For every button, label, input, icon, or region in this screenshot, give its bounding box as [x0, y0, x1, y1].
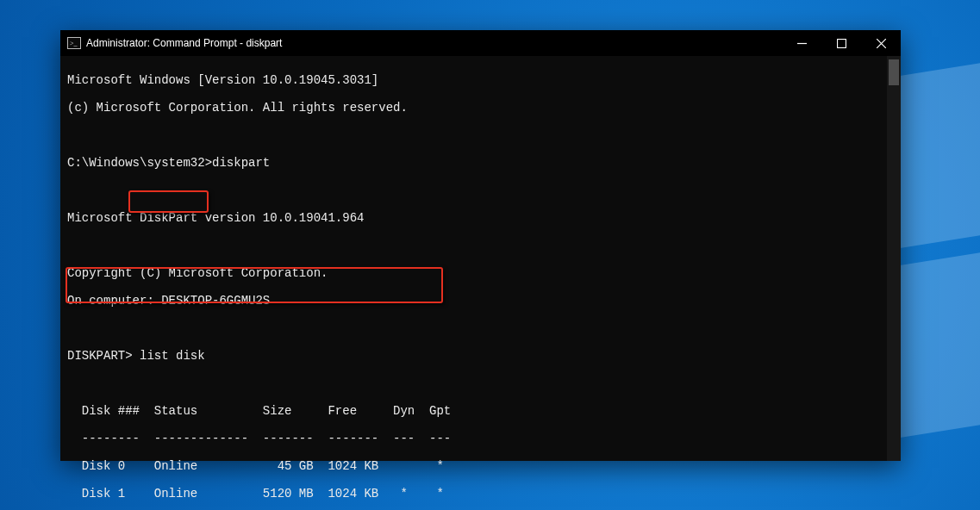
prompt-line: C:\Windows\system32>diskpart — [67, 156, 887, 170]
desktop-background: >_ Administrator: Command Prompt - diskp… — [0, 0, 980, 510]
minimize-button[interactable] — [782, 30, 821, 56]
command-prompt-window: >_ Administrator: Command Prompt - diskp… — [60, 30, 901, 461]
console-output: Microsoft Windows [Version 10.0.19045.30… — [60, 56, 887, 461]
svg-text:>_: >_ — [70, 40, 78, 47]
table-rule: -------- ------------- ------- ------- -… — [67, 432, 887, 445]
title-bar[interactable]: >_ Administrator: Command Prompt - diskp… — [60, 30, 901, 56]
table-row: Disk 0 Online 45 GB 1024 KB * — [67, 459, 887, 473]
banner-line: (c) Microsoft Corporation. All rights re… — [67, 101, 887, 115]
diskpart-computer: On computer: DESKTOP-6GGMU2S — [67, 294, 887, 308]
svg-rect-2 — [837, 39, 846, 47]
table-row: Disk 1 Online 5120 MB 1024 KB * * — [67, 487, 887, 501]
scrollbar-thumb[interactable] — [889, 59, 899, 85]
diskpart-copyright: Copyright (C) Microsoft Corporation. — [67, 266, 887, 280]
table-header: Disk ### Status Size Free Dyn Gpt — [67, 404, 887, 418]
diskpart-version: Microsoft DiskPart version 10.0.19041.96… — [67, 211, 887, 225]
vertical-scrollbar[interactable] — [887, 56, 901, 461]
window-title: Administrator: Command Prompt - diskpart — [86, 37, 282, 49]
maximize-button[interactable] — [821, 30, 861, 56]
diskpart-prompt: DISKPART> list disk — [67, 349, 887, 363]
console-area[interactable]: Microsoft Windows [Version 10.0.19045.30… — [60, 56, 901, 461]
command-prompt-icon: >_ — [67, 36, 81, 50]
banner-line: Microsoft Windows [Version 10.0.19045.30… — [67, 73, 887, 87]
close-button[interactable] — [861, 30, 901, 56]
